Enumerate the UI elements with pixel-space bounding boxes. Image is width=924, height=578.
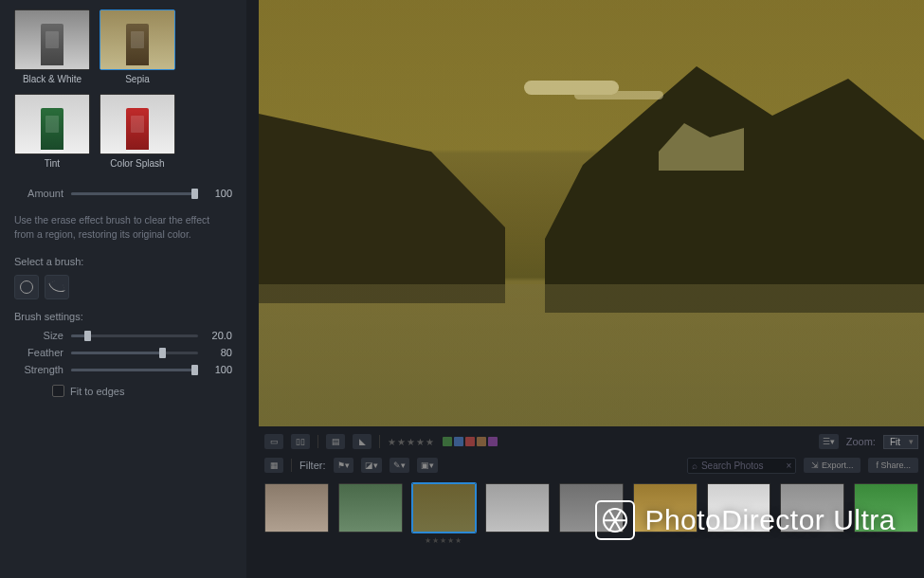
thumbnail[interactable]	[485, 483, 550, 533]
effect-label: Tint	[14, 158, 90, 169]
amount-thumb[interactable]	[191, 189, 198, 199]
effect-label: Sepia	[100, 74, 175, 84]
mountain-left	[259, 114, 505, 303]
amount-fill	[71, 192, 198, 195]
brush-erase-icon[interactable]	[45, 275, 69, 299]
thumbnail[interactable]: ★★★★★	[412, 483, 477, 533]
share-label: Share...	[880, 461, 911, 470]
view-mode-compare-icon[interactable]: ▯▯	[291, 434, 310, 449]
thumbnail[interactable]	[707, 483, 771, 533]
filter-brush-icon[interactable]: ✎▾	[390, 458, 409, 473]
zoom-label: Zoom:	[846, 436, 876, 447]
export-label: Export...	[822, 461, 854, 470]
filter-tag-icon[interactable]: ◪▾	[361, 458, 382, 473]
photo-preview	[259, 0, 924, 426]
zoom-select[interactable]: Fit	[883, 435, 918, 449]
share-icon: f	[876, 461, 879, 470]
amount-slider-row: Amount 100	[14, 188, 232, 199]
toolbar-separator	[291, 459, 292, 472]
filmstrip: ★★★★★	[259, 479, 924, 555]
size-slider[interactable]	[71, 334, 198, 337]
fit-edges-row[interactable]: Fit to edges	[14, 385, 232, 397]
thumbnail[interactable]	[633, 483, 698, 533]
clouds	[524, 81, 619, 95]
strength-thumb[interactable]	[191, 365, 198, 375]
search-icon: ⌕	[692, 461, 698, 471]
crop-icon[interactable]: ◣	[353, 434, 371, 449]
select-brush-label: Select a brush:	[14, 256, 232, 267]
strength-label: Strength	[14, 364, 71, 375]
size-slider-row: Size 20.0	[14, 330, 232, 341]
feather-fill	[71, 352, 162, 354]
feather-value: 80	[198, 347, 232, 358]
viewer-toolbar: ▭ ▯▯ ▤ ◣ ★★★★★ ☰▾ Zoom: Fit	[259, 431, 924, 452]
share-button[interactable]: f Share...	[868, 458, 918, 473]
amount-value: 100	[198, 188, 232, 199]
toolbar-separator	[379, 435, 380, 448]
water-reflection	[259, 284, 924, 426]
brush-settings-label: Brush settings:	[14, 311, 232, 322]
color-tags	[443, 437, 498, 446]
color-tag[interactable]	[477, 437, 486, 446]
size-label: Size	[14, 330, 71, 341]
effects-sidebar: Black & WhiteSepiaTintColor Splash Amoun…	[0, 0, 246, 578]
rating-stars[interactable]: ★★★★★	[388, 437, 435, 447]
effect-bw[interactable]: Black & White	[14, 9, 90, 84]
effect-tint[interactable]: Tint	[14, 94, 90, 169]
histogram-icon[interactable]: ▤	[326, 434, 345, 449]
color-tag[interactable]	[443, 437, 452, 446]
strength-slider-row: Strength 100	[14, 364, 232, 375]
feather-thumb[interactable]	[159, 348, 166, 358]
fit-edges-label: Fit to edges	[70, 386, 124, 397]
search-placeholder: Search Photos	[701, 461, 764, 471]
search-photos-input[interactable]: ⌕ Search Photos ×	[687, 458, 796, 474]
fit-edges-checkbox[interactable]	[52, 385, 64, 397]
thumbnail[interactable]	[338, 483, 403, 533]
thumbnail[interactable]	[854, 483, 918, 533]
filter-label: Filter:	[299, 460, 326, 471]
size-thumb[interactable]	[84, 331, 91, 341]
mountain-right	[545, 66, 924, 313]
effect-grid: Black & WhiteSepiaTintColor Splash	[14, 9, 232, 169]
clear-search-icon[interactable]: ×	[787, 461, 792, 471]
brush-selector	[14, 275, 232, 299]
amount-label: Amount	[14, 188, 71, 199]
size-value: 20.0	[198, 330, 232, 341]
feather-slider-row: Feather 80	[14, 347, 232, 358]
strength-fill	[71, 369, 198, 371]
feather-slider[interactable]	[71, 352, 198, 354]
filter-bar: ▦ Filter: ⚑▾ ◪▾ ✎▾ ▣▾ ⌕ Search Photos × …	[259, 455, 924, 476]
brush-help-text: Use the erase effect brush to clear the …	[14, 213, 232, 242]
thumbnail[interactable]	[559, 483, 624, 533]
filmstrip-mode-icon[interactable]: ▦	[264, 458, 283, 473]
amount-slider[interactable]	[71, 192, 198, 195]
feather-label: Feather	[14, 347, 71, 358]
thumbnail[interactable]	[264, 483, 329, 533]
brush-apply-icon[interactable]	[14, 275, 39, 299]
toolbar-separator	[317, 435, 318, 448]
effect-label: Color Splash	[100, 158, 175, 169]
view-mode-single-icon[interactable]: ▭	[264, 434, 283, 449]
thumbnail[interactable]	[780, 483, 844, 533]
effect-label: Black & White	[14, 74, 90, 84]
filter-flag-icon[interactable]: ⚑▾	[334, 458, 353, 473]
thumb-rating: ★★★★★	[413, 536, 476, 545]
export-button[interactable]: ⇲ Export...	[804, 458, 861, 473]
layout-icon[interactable]: ☰▾	[819, 434, 839, 449]
photo-canvas[interactable]	[259, 0, 924, 426]
strength-slider[interactable]	[71, 369, 198, 371]
export-icon: ⇲	[811, 461, 819, 470]
color-tag[interactable]	[465, 437, 475, 446]
strength-value: 100	[198, 364, 232, 375]
filter-stack-icon[interactable]: ▣▾	[417, 458, 438, 473]
effect-sepia[interactable]: Sepia	[100, 9, 175, 84]
effect-splash[interactable]: Color Splash	[100, 94, 175, 169]
color-tag[interactable]	[488, 437, 498, 446]
color-tag[interactable]	[454, 437, 463, 446]
